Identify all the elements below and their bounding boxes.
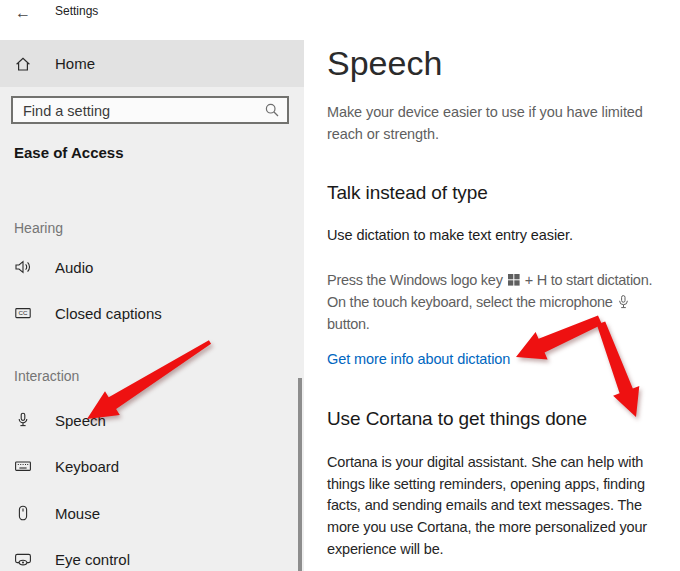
audio-icon [14, 258, 32, 276]
sidebar-item-label: Home [55, 55, 95, 72]
dictation-note-line2: On the touch keyboard, select the microp… [327, 291, 652, 313]
sidebar-item-mouse[interactable]: Mouse [0, 496, 300, 530]
dictation-note-line3: button. [327, 313, 652, 335]
keyboard-icon [14, 457, 32, 475]
page-subtitle: Make your device easier to use if you ha… [327, 101, 672, 145]
sidebar-item-eye-control[interactable]: Eye control [0, 542, 300, 571]
sidebar-item-label: Eye control [55, 551, 130, 568]
talk-section-body: Use dictation to make text entry easier. [327, 227, 573, 243]
sidebar-item-keyboard[interactable]: Keyboard [0, 449, 300, 483]
search-box[interactable] [11, 96, 289, 124]
talk-section-heading: Talk instead of type [327, 182, 488, 204]
cortana-section-heading: Use Cortana to get things done [327, 408, 587, 430]
svg-text:CC: CC [19, 309, 28, 316]
sidebar-item-label: Mouse [55, 505, 100, 522]
sidebar-group-interaction: Interaction [14, 368, 79, 384]
sidebar-scrollbar-thumb[interactable] [298, 378, 302, 571]
page-title: Speech [327, 44, 442, 83]
closed-captions-icon: CC [14, 304, 32, 322]
window-title: Settings [55, 4, 98, 18]
search-input[interactable] [21, 98, 255, 124]
sidebar-group-hearing: Hearing [14, 220, 63, 236]
home-icon [14, 55, 32, 73]
dictation-note-text: + H to start dictation. [525, 272, 653, 288]
back-arrow-icon: ← [15, 4, 31, 22]
microphone-inline-icon [618, 295, 629, 309]
dictation-note: Press the Windows logo key + H to start … [327, 269, 652, 335]
sidebar-item-audio[interactable]: Audio [0, 250, 300, 284]
back-button[interactable]: ← [8, 1, 38, 25]
windows-logo-icon [508, 274, 520, 286]
eye-control-icon [14, 550, 32, 568]
sidebar-item-closed-captions[interactable]: CC Closed captions [0, 296, 300, 330]
sidebar-item-label: Keyboard [55, 458, 119, 475]
sidebar: Home Ease of Access Hearing Audio CC Clo… [0, 40, 304, 571]
mouse-icon [14, 504, 32, 522]
dictation-info-link[interactable]: Get more info about dictation [327, 351, 510, 367]
sidebar-item-label: Closed captions [55, 305, 162, 322]
settings-window: ← Settings ✕ Home Ease of Access Hearing [0, 0, 680, 571]
search-icon [264, 102, 280, 118]
dictation-note-line1: Press the Windows logo key + H to start … [327, 269, 652, 291]
dictation-note-text: Press the Windows logo key [327, 272, 503, 288]
sidebar-item-label: Audio [55, 259, 93, 276]
sidebar-section-title: Ease of Access [14, 144, 124, 161]
dictation-note-text: button. [327, 316, 370, 332]
sidebar-item-home[interactable]: Home [0, 40, 304, 87]
microphone-icon [14, 411, 32, 429]
sidebar-item-label: Speech [55, 412, 106, 429]
sidebar-item-speech[interactable]: Speech [0, 403, 300, 437]
dictation-note-text: On the touch keyboard, select the microp… [327, 294, 613, 310]
cortana-section-body: Cortana is your digital assistant. She c… [327, 452, 679, 561]
main-pane: Speech Make your device easier to use if… [304, 0, 680, 571]
